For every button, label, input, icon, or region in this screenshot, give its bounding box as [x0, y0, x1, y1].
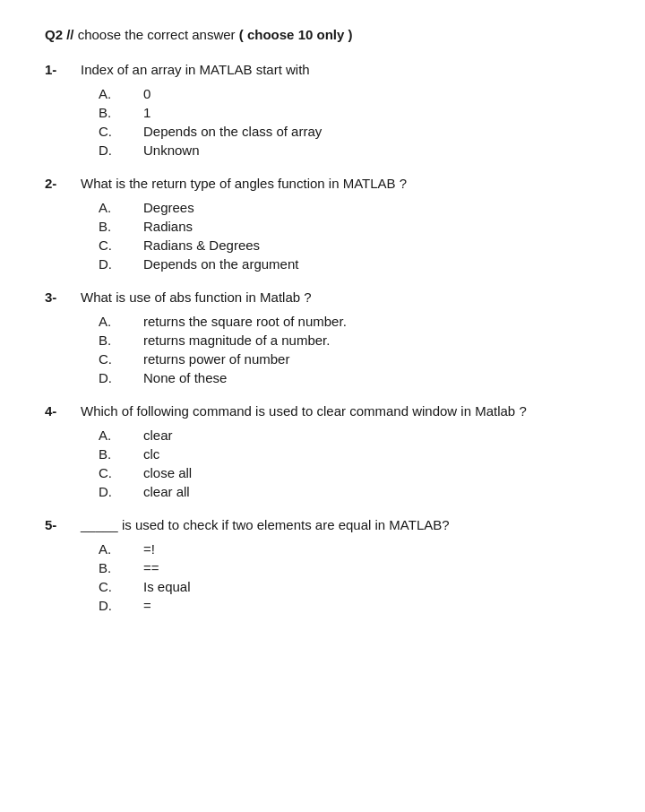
question-1: 1-Index of an array in MATLAB start with…: [45, 62, 600, 158]
question-text-4: Which of following command is used to cl…: [81, 403, 600, 419]
question-text-2: What is the return type of angles functi…: [81, 176, 600, 191]
option-text-q4-1: clc: [143, 446, 600, 462]
question-text-5: _____ is used to check if two elements a…: [81, 517, 600, 532]
option-text-q2-1: Radians: [143, 219, 600, 234]
option-letter-q5-3: D.: [99, 598, 143, 613]
question-number-1: 1-: [45, 62, 81, 77]
option-text-q2-3: Depends on the argument: [143, 256, 600, 272]
option-letter-q4-0: A.: [99, 428, 143, 443]
list-item: B.Radians: [99, 219, 600, 234]
option-letter-q3-0: A.: [99, 314, 143, 329]
list-item: B.clc: [99, 446, 600, 462]
question-text-3: What is use of abs function in Matlab ?: [81, 289, 600, 305]
option-letter-q3-1: B.: [99, 333, 143, 348]
option-letter-q1-1: B.: [99, 105, 143, 120]
question-line-3: 3-What is use of abs function in Matlab …: [45, 289, 600, 305]
list-item: C.returns power of number: [99, 351, 600, 367]
question-2: 2-What is the return type of angles func…: [45, 176, 600, 272]
list-item: C.close all: [99, 465, 600, 480]
quiz-header: Q2 // choose the correct answer ( choose…: [45, 27, 600, 42]
header-instruction-pre: choose the correct answer: [78, 27, 239, 42]
question-5: 5-_____ is used to check if two elements…: [45, 517, 600, 613]
option-text-q5-3: =: [143, 598, 600, 613]
list-item: D.Depends on the argument: [99, 256, 600, 272]
options-3: A.returns the square root of number.B.re…: [99, 314, 600, 385]
header-instruction-bold: ( choose 10 only ): [239, 27, 353, 42]
list-item: D.Unknown: [99, 143, 600, 158]
option-text-q4-2: close all: [143, 465, 600, 480]
question-text-1: Index of an array in MATLAB start with: [81, 62, 600, 77]
option-letter-q1-3: D.: [99, 143, 143, 158]
list-item: D.clear all: [99, 484, 600, 499]
option-letter-q4-3: D.: [99, 484, 143, 499]
list-item: C.Is equal: [99, 579, 600, 594]
options-1: A.0B.1C.Depends on the class of arrayD.U…: [99, 86, 600, 158]
list-item: B.returns magnitude of a number.: [99, 333, 600, 348]
option-text-q1-2: Depends on the class of array: [143, 124, 600, 139]
list-item: D.None of these: [99, 370, 600, 385]
option-letter-q5-1: B.: [99, 560, 143, 575]
option-letter-q3-2: C.: [99, 351, 143, 367]
option-letter-q4-1: B.: [99, 446, 143, 462]
option-text-q3-3: None of these: [143, 370, 600, 385]
option-text-q5-1: ==: [143, 560, 600, 575]
option-text-q1-1: 1: [143, 105, 600, 120]
header-prefix: Q2 //: [45, 27, 78, 42]
option-letter-q1-2: C.: [99, 124, 143, 139]
list-item: A.0: [99, 86, 600, 101]
question-number-4: 4-: [45, 403, 81, 419]
list-item: D.=: [99, 598, 600, 613]
option-text-q2-2: Radians & Degrees: [143, 238, 600, 253]
list-item: B.1: [99, 105, 600, 120]
option-letter-q4-2: C.: [99, 465, 143, 480]
option-text-q5-0: =!: [143, 541, 600, 557]
option-text-q1-3: Unknown: [143, 143, 600, 158]
option-text-q3-1: returns magnitude of a number.: [143, 333, 600, 348]
option-text-q1-0: 0: [143, 86, 600, 101]
options-2: A.DegreesB.RadiansC.Radians & DegreesD.D…: [99, 200, 600, 272]
question-line-4: 4-Which of following command is used to …: [45, 403, 600, 419]
question-3: 3-What is use of abs function in Matlab …: [45, 289, 600, 385]
list-item: C.Radians & Degrees: [99, 238, 600, 253]
question-line-2: 2-What is the return type of angles func…: [45, 176, 600, 191]
list-item: A.Degrees: [99, 200, 600, 215]
question-number-5: 5-: [45, 517, 81, 532]
option-letter-q2-2: C.: [99, 238, 143, 253]
option-letter-q2-0: A.: [99, 200, 143, 215]
question-number-2: 2-: [45, 176, 81, 191]
option-letter-q2-1: B.: [99, 219, 143, 234]
question-line-1: 1-Index of an array in MATLAB start with: [45, 62, 600, 77]
option-letter-q5-2: C.: [99, 579, 143, 594]
questions-container: 1-Index of an array in MATLAB start with…: [45, 62, 600, 613]
options-5: A.=!B.==C.Is equalD.=: [99, 541, 600, 613]
option-text-q2-0: Degrees: [143, 200, 600, 215]
option-text-q4-0: clear: [143, 428, 600, 443]
list-item: C.Depends on the class of array: [99, 124, 600, 139]
list-item: B.==: [99, 560, 600, 575]
list-item: A.clear: [99, 428, 600, 443]
question-line-5: 5-_____ is used to check if two elements…: [45, 517, 600, 532]
list-item: A.=!: [99, 541, 600, 557]
question-4: 4-Which of following command is used to …: [45, 403, 600, 499]
question-number-3: 3-: [45, 289, 81, 305]
option-letter-q5-0: A.: [99, 541, 143, 557]
option-text-q4-3: clear all: [143, 484, 600, 499]
option-letter-q3-3: D.: [99, 370, 143, 385]
option-letter-q1-0: A.: [99, 86, 143, 101]
option-text-q3-2: returns power of number: [143, 351, 600, 367]
option-letter-q2-3: D.: [99, 256, 143, 272]
option-text-q3-0: returns the square root of number.: [143, 314, 600, 329]
option-text-q5-2: Is equal: [143, 579, 600, 594]
list-item: A.returns the square root of number.: [99, 314, 600, 329]
options-4: A.clearB.clcC.close allD.clear all: [99, 428, 600, 499]
